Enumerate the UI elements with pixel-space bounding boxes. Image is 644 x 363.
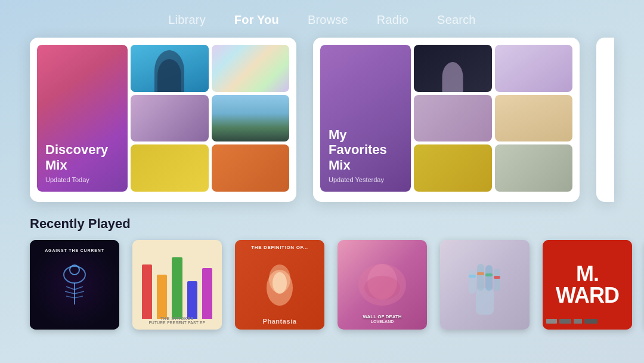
svg-rect-16: [469, 270, 476, 294]
discovery-tile-3: [131, 95, 209, 142]
favorites-mix-main-tile[interactable]: My Favorites Mix Updated Yesterday: [320, 45, 411, 192]
nav-library[interactable]: Library: [168, 13, 206, 27]
album-the-strokes[interactable]: THE STROKES FUTURE PRESENT PAST EP: [132, 240, 222, 330]
discovery-mix-card[interactable]: Discovery Mix Updated Today: [30, 38, 296, 202]
nav-browse[interactable]: Browse: [308, 13, 348, 27]
favorites-mix-updated: Updated Yesterday: [329, 176, 402, 183]
svg-rect-22: [485, 273, 493, 276]
main-nav: Library For You Browse Radio Search: [0, 0, 644, 38]
svg-rect-18: [485, 265, 493, 291]
svg-rect-23: [494, 276, 500, 279]
svg-point-14: [364, 276, 400, 300]
favorites-tile-4: [495, 95, 573, 142]
favorites-bottom-tile-2: [495, 144, 573, 192]
album-hand[interactable]: [440, 240, 530, 330]
nav-for-you[interactable]: For You: [234, 13, 279, 27]
discovery-tile-4: [212, 95, 290, 142]
discovery-mix-main-tile[interactable]: Discovery Mix Updated Today: [37, 45, 128, 192]
svg-point-11: [273, 272, 287, 294]
album-against-the-current[interactable]: AGAINST THE CURRENT: [30, 240, 119, 330]
svg-rect-20: [469, 275, 476, 278]
discovery-mix-updated: Updated Today: [45, 176, 119, 183]
main-content: Discovery Mix Updated Today: [0, 38, 644, 330]
svg-rect-19: [494, 269, 500, 291]
favorites-mix-title: My Favorites Mix: [329, 127, 402, 173]
svg-line-2: [66, 287, 75, 290]
partial-mix-card: [596, 38, 614, 202]
discovery-bottom-tile-1: [131, 144, 209, 192]
mix-cards-row: Discovery Mix Updated Today: [30, 38, 614, 202]
nav-search[interactable]: Search: [437, 13, 476, 27]
svg-line-7: [75, 296, 83, 298]
album-m-ward[interactable]: M. WARD: [543, 240, 632, 330]
svg-line-5: [75, 291, 84, 294]
favorites-mix-card[interactable]: My Favorites Mix Updated Yesterday: [313, 38, 580, 202]
favorites-tile-2: [495, 45, 573, 92]
discovery-bottom-tile-2: [212, 144, 290, 192]
svg-line-3: [75, 287, 83, 290]
svg-rect-15: [476, 288, 494, 315]
svg-rect-17: [477, 264, 484, 291]
discovery-tile-1: [131, 45, 209, 92]
recently-played-section: Recently Played: [30, 216, 614, 330]
svg-rect-21: [477, 272, 484, 275]
album-phantasia[interactable]: THE DEFINITION OF... Phantasia: [235, 240, 324, 330]
discovery-tile-2: [212, 45, 290, 92]
nav-radio[interactable]: Radio: [377, 13, 408, 27]
recently-played-title: Recently Played: [30, 216, 614, 232]
album-wall-of-death[interactable]: WALL OF DEATH LOVELAND: [338, 240, 427, 330]
svg-line-4: [65, 291, 75, 294]
discovery-mix-title: Discovery Mix: [45, 142, 119, 173]
recently-played-row: AGAINST THE CURRENT THE STROKES: [30, 240, 614, 330]
favorites-tile-3: [414, 95, 492, 142]
favorites-bottom-tile-1: [414, 144, 492, 192]
svg-line-6: [66, 296, 75, 298]
favorites-tile-1: [414, 45, 492, 92]
